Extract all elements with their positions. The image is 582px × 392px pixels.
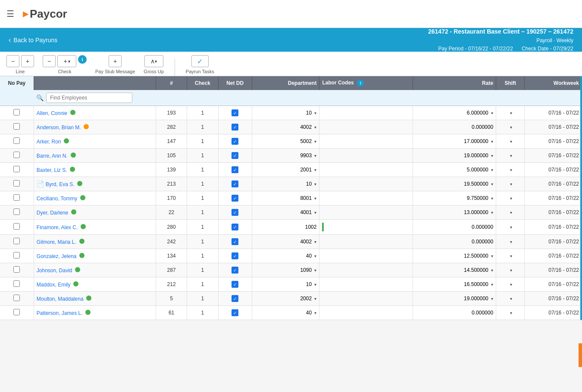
shift-cell[interactable]: ▾ [496, 263, 525, 277]
nopay-checkbox[interactable] [13, 123, 20, 130]
grossup-button[interactable]: ∧ ▾ [144, 55, 163, 67]
find-employees-input[interactable] [46, 93, 132, 103]
department-dropdown-icon[interactable]: ▾ [314, 139, 316, 144]
rate-dropdown-icon[interactable]: ▾ [491, 254, 493, 258]
employee-name-link[interactable]: Johnson, David [37, 268, 72, 274]
employee-name-link[interactable]: Maddox, Emily [37, 282, 71, 288]
department-dropdown-icon[interactable]: ▾ [314, 282, 316, 287]
shift-cell[interactable]: ▾ [496, 177, 525, 191]
hamburger-icon[interactable]: ☰ [6, 9, 14, 19]
netdd-checkbox[interactable]: ✓ [232, 224, 238, 230]
shift-dropdown-icon[interactable]: ▾ [510, 254, 512, 258]
netdd-checkbox[interactable]: ✓ [232, 180, 238, 187]
nopay-checkbox[interactable] [13, 208, 20, 215]
netdd-cell[interactable]: ✓ [218, 134, 252, 149]
nopay-checkbox[interactable] [13, 309, 20, 315]
nopay-checkbox[interactable] [13, 280, 20, 287]
nopay-checkbox[interactable] [13, 223, 20, 230]
nopay-checkbox[interactable] [13, 180, 20, 187]
netdd-cell[interactable]: ✓ [218, 177, 252, 191]
nopay-checkbox[interactable] [13, 109, 20, 115]
employee-name-link[interactable]: Anderson, Brian M. [37, 124, 81, 131]
netdd-checkbox[interactable]: ✓ [232, 195, 238, 202]
netdd-checkbox[interactable]: ✓ [232, 238, 238, 245]
department-dropdown-icon[interactable]: ▾ [314, 268, 316, 273]
shift-dropdown-icon[interactable]: ▾ [510, 240, 512, 244]
shift-dropdown-icon[interactable]: ▾ [510, 268, 512, 273]
nopay-checkbox[interactable] [13, 166, 20, 172]
department-dropdown-icon[interactable]: ▾ [314, 168, 316, 172]
nopay-checkbox[interactable] [13, 238, 20, 244]
netdd-checkbox[interactable]: ✓ [232, 267, 238, 274]
shift-cell[interactable]: ▾ [496, 120, 525, 134]
netdd-checkbox[interactable]: ✓ [232, 252, 238, 259]
netdd-cell[interactable]: ✓ [218, 292, 252, 306]
shift-cell[interactable]: ▾ [496, 163, 525, 177]
check-minus-button[interactable]: − [43, 55, 56, 67]
shift-cell[interactable]: ▾ [496, 249, 525, 263]
shift-dropdown-icon[interactable]: ▾ [510, 111, 512, 115]
shift-dropdown-icon[interactable]: ▾ [510, 196, 512, 201]
netdd-cell[interactable]: ✓ [218, 106, 252, 120]
department-dropdown-icon[interactable]: ▾ [314, 153, 316, 158]
netdd-cell[interactable]: ✓ [218, 277, 252, 292]
employee-name-link[interactable]: Gonzalez, Jelena [37, 253, 77, 259]
shift-cell[interactable]: ▾ [496, 191, 525, 205]
department-dropdown-icon[interactable]: ▾ [314, 196, 316, 201]
department-dropdown-icon[interactable]: ▾ [314, 311, 316, 315]
netdd-checkbox[interactable]: ✓ [232, 124, 238, 131]
rate-dropdown-icon[interactable]: ▾ [491, 296, 493, 301]
department-dropdown-icon[interactable]: ▾ [314, 296, 316, 301]
employee-name-link[interactable]: Moulton, Maddalena [37, 296, 84, 302]
shift-dropdown-icon[interactable]: ▾ [510, 282, 512, 287]
rate-dropdown-icon[interactable]: ▾ [491, 182, 493, 187]
shift-cell[interactable]: ▾ [496, 106, 525, 120]
rate-dropdown-icon[interactable]: ▾ [491, 168, 493, 172]
department-dropdown-icon[interactable]: ▾ [314, 254, 316, 258]
shift-cell[interactable]: ▾ [496, 134, 525, 149]
shift-dropdown-icon[interactable]: ▾ [510, 296, 512, 301]
nopay-checkbox[interactable] [13, 152, 20, 158]
shift-cell[interactable]: ▾ [496, 149, 525, 163]
netdd-cell[interactable]: ✓ [218, 235, 252, 249]
shift-dropdown-icon[interactable]: ▾ [510, 311, 512, 315]
labor-codes-info-icon[interactable]: i [357, 80, 364, 87]
nopay-checkbox[interactable] [13, 266, 20, 273]
nopay-checkbox[interactable] [13, 194, 20, 201]
employee-name-link[interactable]: Dyer, Darlene [37, 210, 68, 216]
employee-name-link[interactable]: Baxter, Liz S. [37, 167, 67, 173]
shift-dropdown-icon[interactable]: ▾ [510, 125, 512, 130]
netdd-checkbox[interactable]: ✓ [232, 209, 238, 216]
employee-name-link[interactable]: Patterson, James L. [37, 310, 83, 316]
rate-dropdown-icon[interactable]: ▾ [491, 268, 493, 273]
line-plus-button[interactable]: + [21, 55, 34, 67]
netdd-cell[interactable]: ✓ [218, 149, 252, 163]
netdd-cell[interactable]: ✓ [218, 220, 252, 235]
netdd-cell[interactable]: ✓ [218, 249, 252, 263]
netdd-checkbox[interactable]: ✓ [232, 138, 238, 145]
department-dropdown-icon[interactable]: ▾ [314, 210, 316, 215]
payrun-tasks-button[interactable]: ✓ [191, 55, 209, 67]
department-dropdown-icon[interactable]: ▾ [314, 182, 316, 187]
netdd-cell[interactable]: ✓ [218, 205, 252, 220]
netdd-checkbox[interactable]: ✓ [232, 281, 238, 288]
rate-dropdown-icon[interactable]: ▾ [491, 210, 493, 215]
employee-name-link[interactable]: Ceciliano, Tommy [37, 196, 77, 202]
department-dropdown-icon[interactable]: ▾ [314, 125, 316, 130]
netdd-checkbox[interactable]: ✓ [232, 166, 238, 173]
netdd-checkbox[interactable]: ✓ [232, 309, 238, 316]
shift-cell[interactable]: ▾ [496, 205, 525, 220]
netdd-checkbox[interactable]: ✓ [232, 152, 238, 159]
shift-dropdown-icon[interactable]: ▾ [510, 139, 512, 144]
netdd-checkbox[interactable]: ✓ [232, 295, 238, 302]
shift-cell[interactable]: ▾ [496, 292, 525, 306]
netdd-checkbox[interactable]: ✓ [232, 109, 238, 116]
netdd-cell[interactable]: ✓ [218, 263, 252, 277]
employee-name-link[interactable]: Byrd, Eva S. [46, 181, 75, 187]
shift-cell[interactable]: ▾ [496, 220, 525, 235]
employee-name-link[interactable]: Arker, Ron [37, 139, 61, 145]
back-to-payruns-button[interactable]: ‹ Back to Payruns [9, 36, 57, 44]
shift-cell[interactable]: ▾ [496, 235, 525, 249]
rate-dropdown-icon[interactable]: ▾ [491, 111, 493, 115]
employee-name-link[interactable]: Finamore, Alex C. [37, 224, 78, 230]
